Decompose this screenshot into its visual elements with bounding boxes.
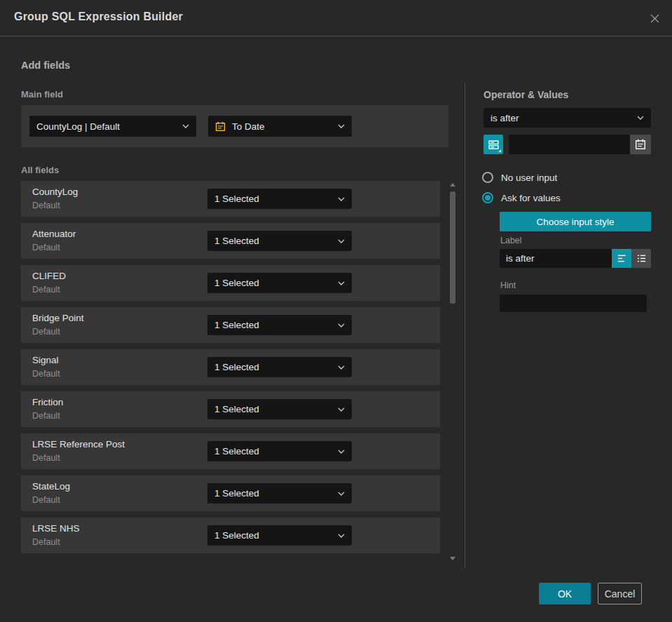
- field-selection-value: 1 Selected: [214, 404, 259, 414]
- field-row: LRSE Reference Post Default 1 Selected: [21, 433, 440, 469]
- group-sql-expression-builder-dialog: Group SQL Expression Builder Add fields …: [0, 0, 672, 622]
- chevron-down-icon: [338, 492, 345, 496]
- date-option-dropdown-value: To Date: [232, 121, 265, 132]
- field-selection-value: 1 Selected: [214, 236, 259, 246]
- field-subtitle: Default: [32, 327, 60, 337]
- chevron-down-icon: [338, 534, 345, 538]
- fields-list-scrollbar[interactable]: [449, 180, 456, 562]
- chevron-down-icon: [338, 449, 345, 454]
- field-selection-value: 1 Selected: [214, 530, 259, 541]
- hint-input[interactable]: [500, 295, 647, 312]
- field-selection-dropdown[interactable]: 1 Selected: [207, 399, 352, 419]
- field-subtitle: Default: [32, 537, 60, 547]
- field-row: Signal Default 1 Selected: [21, 349, 440, 385]
- field-row: Bridge Point Default 1 Selected: [21, 307, 440, 343]
- main-field-label: Main field: [21, 89, 63, 100]
- field-selection-dropdown[interactable]: 1 Selected: [207, 483, 352, 503]
- chevron-down-icon: [338, 197, 345, 201]
- field-row: Friction Default 1 Selected: [21, 391, 440, 427]
- add-fields-heading: Add fields: [21, 60, 70, 71]
- multiple-values-style-button[interactable]: [631, 249, 651, 268]
- label-input[interactable]: [500, 249, 612, 268]
- date-option-dropdown[interactable]: To Date: [208, 116, 352, 137]
- field-row: StateLog Default 1 Selected: [21, 475, 440, 511]
- field-selection-dropdown[interactable]: 1 Selected: [207, 357, 352, 377]
- calendar-icon: [215, 121, 226, 132]
- field-row: CountyLog Default 1 Selected: [21, 181, 440, 217]
- radio-ask-for-values[interactable]: Ask for values: [482, 192, 561, 203]
- close-button[interactable]: [645, 9, 664, 27]
- radio-label: Ask for values: [501, 193, 561, 203]
- field-selection-value: 1 Selected: [214, 278, 259, 288]
- unique-values-icon: [488, 139, 500, 151]
- single-value-style-button[interactable]: [612, 249, 631, 268]
- field-selection-value: 1 Selected: [214, 488, 259, 499]
- align-left-icon: [617, 253, 627, 264]
- operator-dropdown[interactable]: is after: [484, 108, 651, 128]
- field-selection-dropdown[interactable]: 1 Selected: [207, 315, 352, 335]
- field-subtitle: Default: [32, 243, 60, 252]
- main-field-panel: CountyLog | Default To Date: [21, 105, 448, 147]
- field-subtitle: Default: [32, 495, 60, 505]
- field-selection-value: 1 Selected: [214, 446, 259, 457]
- main-field-dropdown[interactable]: CountyLog | Default: [29, 116, 196, 137]
- dialog-title: Group SQL Expression Builder: [14, 11, 183, 23]
- field-name: Bridge Point: [32, 313, 84, 323]
- field-name: Friction: [32, 397, 63, 407]
- unique-values-button[interactable]: [484, 135, 503, 154]
- hint-field-label: Hint: [500, 280, 516, 290]
- chevron-down-icon: [338, 365, 345, 370]
- field-selection-dropdown[interactable]: 1 Selected: [207, 441, 352, 461]
- field-subtitle: Default: [32, 285, 60, 295]
- field-name: Signal: [32, 355, 59, 365]
- main-field-dropdown-value: CountyLog | Default: [36, 121, 120, 132]
- field-row: LRSE NHS Default 1 Selected: [21, 518, 440, 553]
- all-fields-label: All fields: [21, 165, 59, 175]
- field-name: LRSE NHS: [32, 523, 80, 534]
- operator-values-heading: Operator & Values: [484, 89, 568, 100]
- field-subtitle: Default: [32, 453, 60, 463]
- field-selection-dropdown[interactable]: 1 Selected: [207, 189, 352, 209]
- field-row: CLIFED Default 1 Selected: [21, 265, 440, 301]
- field-selection-value: 1 Selected: [214, 194, 259, 204]
- calendar-icon: [635, 139, 646, 150]
- field-name: LRSE Reference Post: [32, 439, 125, 449]
- field-subtitle: Default: [32, 201, 60, 210]
- field-selection-value: 1 Selected: [214, 320, 259, 330]
- chevron-down-icon: [338, 281, 345, 285]
- field-subtitle: Default: [32, 369, 60, 379]
- scrollbar-up-arrow-icon[interactable]: [450, 183, 455, 187]
- field-row: Attenuator Default 1 Selected: [21, 223, 440, 259]
- scrollbar-down-arrow-icon[interactable]: [450, 557, 455, 560]
- radio-circle-icon: [482, 172, 493, 183]
- field-name: Attenuator: [32, 229, 76, 239]
- chevron-down-icon: [338, 407, 345, 412]
- date-picker-button[interactable]: [630, 135, 651, 154]
- cancel-button[interactable]: Cancel: [598, 583, 642, 604]
- radio-label: No user input: [501, 173, 557, 183]
- field-name: CLIFED: [32, 271, 66, 281]
- label-field-label: Label: [500, 236, 522, 245]
- chevron-down-icon: [637, 116, 644, 120]
- field-name: StateLog: [32, 481, 70, 492]
- scrollbar-thumb[interactable]: [450, 191, 455, 304]
- list-icon: [636, 253, 647, 264]
- choose-input-style-button[interactable]: Choose input style: [500, 212, 651, 231]
- chevron-down-icon: [338, 239, 345, 243]
- value-input[interactable]: [509, 135, 630, 154]
- radio-no-user-input[interactable]: No user input: [482, 172, 557, 183]
- field-selection-dropdown[interactable]: 1 Selected: [207, 525, 352, 546]
- operator-dropdown-value: is after: [491, 113, 519, 123]
- field-selection-dropdown[interactable]: 1 Selected: [207, 273, 352, 293]
- chevron-down-icon: [338, 323, 345, 327]
- chevron-down-icon: [182, 124, 189, 128]
- ok-button[interactable]: OK: [539, 583, 591, 604]
- field-subtitle: Default: [32, 411, 60, 421]
- field-selection-dropdown[interactable]: 1 Selected: [207, 231, 352, 251]
- panel-divider: [465, 83, 465, 568]
- title-bar: Group SQL Expression Builder: [0, 0, 672, 36]
- chevron-down-icon: [338, 124, 345, 128]
- field-name: CountyLog: [32, 187, 78, 197]
- radio-circle-icon: [482, 192, 493, 203]
- field-selection-value: 1 Selected: [214, 362, 259, 372]
